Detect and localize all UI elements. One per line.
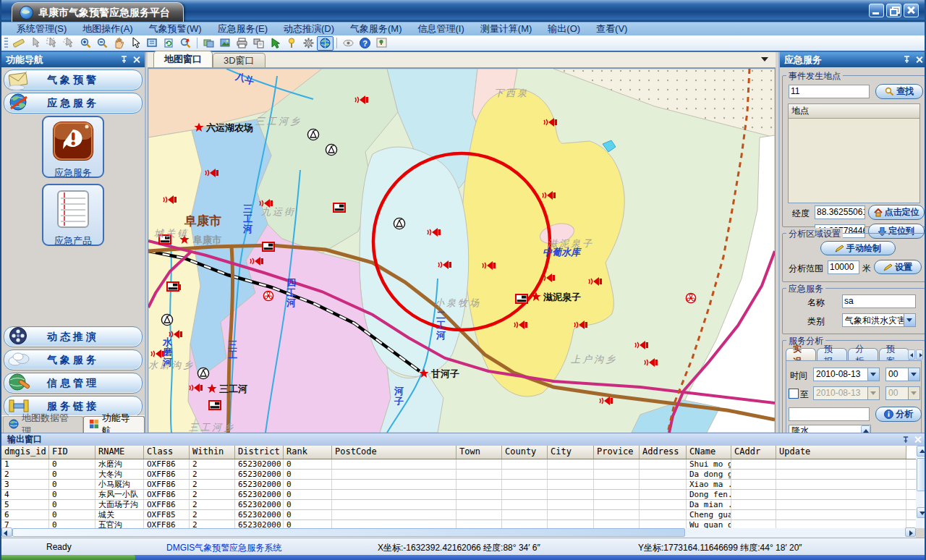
column-header-Town[interactable]: Town [456,446,502,459]
table-row[interactable]: 40东风一小队OXFF8626523020000Dong fen... [1,490,916,500]
spiral-marker[interactable] [686,293,695,302]
keyword-input[interactable]: 11 [789,85,870,98]
column-header-County[interactable]: County [502,446,548,459]
place-marker-icon[interactable] [284,36,300,51]
service-name-input[interactable]: sa [842,294,916,308]
flag-marker[interactable] [167,282,179,291]
location-list[interactable]: 地点 [788,103,920,203]
column-header-PostCode[interactable]: PostCode [332,446,456,459]
measure-icon[interactable] [11,36,27,51]
output-close-icon[interactable] [914,436,922,444]
map-tab-dropdown-icon[interactable] [761,57,768,61]
manual-draw-button[interactable]: 手动绘制 [820,241,896,255]
analysis-tab-分析[interactable]: 分析 [848,348,878,361]
nav-group-气象预警[interactable]: 气象预警 [4,69,143,90]
column-header-RNAME[interactable]: RNAME [95,446,144,459]
analysis-tab-实况[interactable]: 实况 [786,348,816,361]
restore-button[interactable] [886,4,901,17]
column-header-Provice[interactable]: Provice [594,446,640,459]
column-header-dmgis_id[interactable]: dmgis_id [1,446,49,459]
toolbar-grip[interactable] [4,38,8,49]
menu-item-5[interactable]: 气象服务(M) [342,22,410,35]
scroll-left-icon[interactable] [4,530,7,536]
table-row[interactable]: 50大面场子沟OXFF8626523020000Da mian ... [1,500,916,510]
dropdown-arrow-icon[interactable] [904,314,915,326]
flag-marker[interactable] [209,401,221,410]
analysis-tab-预报[interactable]: 预报 [817,348,847,361]
lasso-select-icon[interactable] [61,36,77,51]
pick-feature-icon[interactable] [267,36,284,51]
set-range-button[interactable]: 设置 [874,260,922,274]
column-header-FID[interactable]: FID [49,446,95,459]
date-select[interactable]: 2010-08-13 [813,368,880,381]
find-button[interactable]: 查找 [875,84,923,99]
menu-item-9[interactable]: 查看(V) [588,22,635,35]
column-header-Address[interactable]: Address [640,446,687,459]
flag-marker[interactable] [334,203,345,212]
dropdown-arrow-icon[interactable] [908,368,919,381]
nav-group-应急服务[interactable]: 应急服务 [4,93,143,114]
longitude-input[interactable]: 88.36255061 [815,205,865,219]
element-list[interactable]: 降水空气温度 [789,425,871,433]
column-header-Within[interactable]: Within [190,446,235,459]
element-combo[interactable] [789,407,870,421]
vscroll-thumb[interactable] [917,458,926,491]
nav-group-动态推演[interactable]: 动态推演 [4,326,143,347]
marquee-select-icon[interactable] [44,36,61,51]
menu-item-8[interactable]: 输出(O) [540,22,588,35]
map-canvas[interactable]: 六运湖农场阜康市滋泥泉子甘河子三工河阜康市三工河乡下西泉九运街城关镇滋泥泉子小泉… [148,68,776,433]
shortcut-应急产品[interactable]: 应急产品 [42,184,104,246]
location-list-header[interactable]: 地点 [789,104,919,119]
nav-group-信息管理[interactable]: 信息管理 [4,373,143,394]
map-tab-地图窗口[interactable]: 地图窗口 [153,51,213,67]
spiral-marker[interactable] [263,291,273,300]
overview-map-icon[interactable] [373,36,390,51]
pin-icon[interactable] [902,436,909,444]
analysis-tab-预案[interactable]: 预案 [879,348,909,361]
table-hscrollbar[interactable] [1,528,916,538]
list-scroll-up-icon[interactable] [861,425,870,433]
minimize-button[interactable] [869,4,884,17]
column-header-Class[interactable]: Class [144,446,190,459]
left-tab-地图数据管理[interactable]: 地图数据管理 [3,416,83,433]
scroll-down-icon[interactable] [919,512,925,515]
column-header-City[interactable]: City [548,446,594,459]
table-row[interactable]: 30小马厩沟OXFF8626523020000Xiao ma ... [1,480,916,490]
station-marker[interactable] [326,144,336,155]
menu-item-0[interactable]: 系统管理(S) [9,22,75,35]
layers-map-icon[interactable] [200,36,217,51]
refresh-icon[interactable] [161,36,177,51]
station-marker[interactable] [307,129,318,140]
table-vscrollbar[interactable] [916,446,926,528]
table-row[interactable]: 60城关OXFF8526523020000Cheng guan [1,510,916,520]
hour-select[interactable]: 00 [885,368,920,381]
station-marker[interactable] [197,368,208,378]
tab-scroll-left-icon[interactable] [908,349,915,360]
station-marker[interactable] [394,218,404,229]
analyze-button[interactable]: 分析 [875,407,922,422]
column-header-Update[interactable]: Update [776,446,906,459]
to-checkbox[interactable] [789,389,799,399]
help-icon[interactable]: ? [357,36,373,51]
attribute-table[interactable]: dmgis_idFIDRNAMEClassWithinDistrictRankP… [1,446,916,528]
element-item-降水[interactable]: 降水 [789,425,870,433]
menu-item-3[interactable]: 应急服务(E) [210,22,276,35]
map-tab-3D窗口[interactable]: 3D窗口 [213,53,266,67]
print-icon[interactable] [234,36,250,51]
table-row[interactable]: 20大冬沟OXFF8626523020000Da dong gou [1,470,916,480]
station-marker[interactable] [161,314,172,325]
left-tab-功能导航[interactable]: 功能导航 [83,416,145,433]
hscroll-thumb[interactable] [12,528,685,537]
column-header-Rank[interactable]: Rank [284,446,332,459]
service-type-select[interactable]: 气象和洪水灾害 [842,313,916,327]
right-panel-close-icon[interactable] [915,56,923,64]
select-pointer-icon[interactable] [27,36,44,51]
pin-icon[interactable] [903,56,911,64]
dropdown-arrow-icon[interactable] [867,368,879,381]
menu-item-4[interactable]: 动态推演(D) [276,22,342,35]
menu-item-7[interactable]: 测量计算(M) [472,22,540,35]
pan-hand-icon[interactable] [111,36,127,51]
flag-marker[interactable] [263,242,274,251]
nav-group-气象服务[interactable]: 气象服务 [4,349,143,370]
table-row[interactable]: 10水磨沟OXFF8626523020000Shui mo gou [1,459,916,470]
